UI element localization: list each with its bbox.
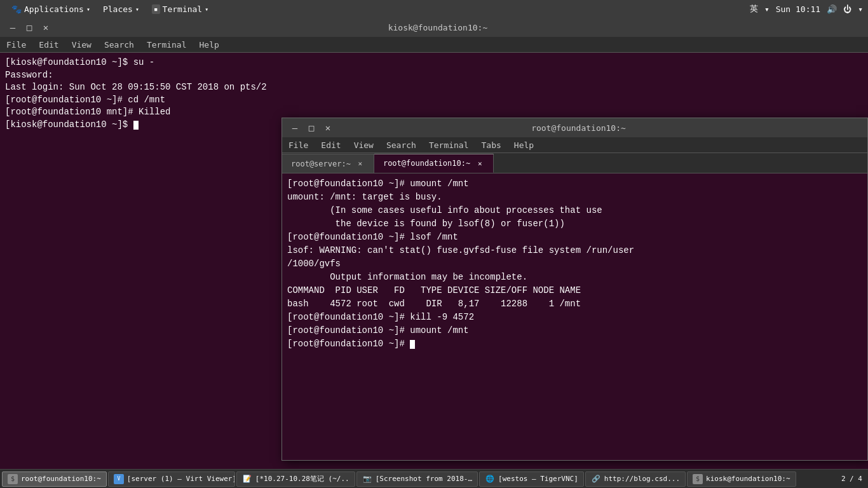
taskbar-item-vnc[interactable]: 🔗 http://blog.csd... (585, 471, 686, 487)
fg-maximize-button[interactable]: □ (305, 121, 318, 134)
fg-line-12: [root@foundation10 ~]# (287, 337, 862, 351)
taskbar-screenshot-icon: 📷 (362, 474, 372, 484)
fg-terminal-titlebar: — □ ✕ root@foundation10:~ (282, 118, 867, 137)
applications-label: Applications (24, 4, 84, 14)
places-menu[interactable]: Places ▾ (97, 0, 146, 18)
tab-foundation[interactable]: root@foundation10:~ ✕ (374, 154, 494, 173)
bg-menu-edit[interactable]: Edit (32, 37, 65, 53)
bg-line-0: [kiosk@foundation10 ~]$ su - (5, 57, 863, 69)
language-indicator[interactable]: 英 (750, 3, 758, 15)
power-icon[interactable]: ⏻ (843, 4, 851, 14)
terminal-icon: ▪ (152, 4, 160, 14)
taskbar-screenshot-label: [Screenshot from 2018-… (376, 475, 472, 483)
taskbar-item-term1[interactable]: $ root@foundation10:~ (2, 471, 107, 487)
tab-foundation-close[interactable]: ✕ (475, 159, 484, 168)
fg-menu-edit[interactable]: Edit (315, 137, 347, 153)
taskbar-vnc-icon: 🔗 (591, 474, 601, 484)
bg-menu-help[interactable]: Help (193, 37, 226, 53)
fg-line-2: (In some cases useful info about process… (287, 204, 862, 217)
fg-menu-tabs[interactable]: Tabs (475, 137, 508, 153)
tab-foundation-label: root@foundation10:~ (383, 159, 470, 168)
bg-line-3: [root@foundation10 ~]# cd /mnt (5, 94, 863, 107)
bg-terminal-titlebar: — □ ✕ kiosk@foundation10:~ (0, 18, 868, 37)
fg-line-10: [root@foundation10 ~]# kill -9 4572 (287, 311, 862, 324)
tab-server[interactable]: root@server:~ ✕ (282, 154, 374, 173)
fg-terminal-menubar: File Edit View Search Terminal Tabs Help (282, 137, 867, 153)
places-label: Places (103, 4, 133, 14)
bg-line-1: Password: (5, 69, 863, 82)
system-bar-right: 英 ▾ Sun 10:11 🔊 ⏻ ▾ (750, 3, 863, 15)
terminal-label: Terminal (163, 4, 203, 14)
taskbar-virt-icon: V (114, 474, 124, 484)
taskbar-browser-label: [westos – TigerVNC] (498, 475, 578, 483)
system-bar: 🐾 Applications ▾ Places ▾ ▪ Terminal ▾ 英… (0, 0, 868, 18)
fg-line-1: umount: /mnt: target is busy. (287, 191, 862, 204)
taskbar-term2-label: kiosk@foundation10:~ (706, 475, 790, 483)
bg-menu-search[interactable]: Search (98, 37, 140, 53)
tab-server-close[interactable]: ✕ (356, 159, 365, 168)
fg-menu-view[interactable]: View (348, 137, 380, 153)
fg-cursor (410, 340, 415, 349)
fg-menu-help[interactable]: Help (508, 137, 540, 153)
bg-menu-terminal[interactable]: Terminal (140, 37, 193, 53)
fg-win-controls: — □ ✕ (288, 121, 334, 134)
tabs-bar: root@server:~ ✕ root@foundation10:~ ✕ (282, 153, 867, 173)
taskbar-item-notes[interactable]: 📝 [*10.27-10.28笔记 (~/.. (236, 471, 355, 487)
arrow-lang-icon: ▾ (764, 4, 770, 14)
bg-menu-file[interactable]: File (0, 37, 32, 53)
fg-line-9: bash 4572 root cwd DIR 8,17 12288 1 /mnt (287, 297, 862, 311)
fg-line-8: COMMAND PID USER FD TYPE DEVICE SIZE/OFF… (287, 284, 862, 297)
bg-terminal-title: kiosk@foundation10:~ (52, 23, 824, 32)
fg-minimize-button[interactable]: — (288, 121, 301, 134)
applications-menu[interactable]: 🐾 Applications ▾ (5, 0, 97, 18)
taskbar-notes-label: [*10.27-10.28笔记 (~/.. (255, 474, 349, 484)
fg-menu-search[interactable]: Search (380, 137, 423, 153)
places-arrow-icon: ▾ (135, 6, 139, 13)
volume-icon[interactable]: 🔊 (827, 4, 837, 14)
fg-line-0: [root@foundation10 ~]# umount /mnt (287, 177, 862, 191)
bg-maximize-button[interactable]: □ (23, 21, 36, 34)
taskbar-item-screenshot[interactable]: 📷 [Screenshot from 2018-… (356, 471, 478, 487)
fg-terminal-window: — □ ✕ root@foundation10:~ File Edit View… (281, 118, 868, 461)
taskbar-virt-label: [server (1) – Virt Viewer] (127, 475, 235, 483)
power-arrow-icon: ▾ (858, 4, 863, 14)
taskbar-term2-icon: $ (693, 474, 703, 484)
taskbar-term1-label: root@foundation10:~ (21, 475, 101, 483)
terminal-menu[interactable]: ▪ Terminal ▾ (146, 0, 215, 18)
taskbar-browser-icon: 🌐 (485, 474, 495, 484)
apps-arrow-icon: ▾ (86, 6, 90, 13)
bg-close-button[interactable]: ✕ (39, 21, 52, 34)
terminal-arrow-icon: ▾ (205, 6, 208, 13)
bg-win-controls: — □ ✕ (6, 21, 52, 34)
tab-server-label: root@server:~ (291, 159, 351, 168)
taskbar: $ root@foundation10:~ V [server (1) – Vi… (0, 469, 868, 488)
bg-minimize-button[interactable]: — (6, 21, 19, 34)
fg-terminal-title: root@foundation10:~ (334, 123, 823, 133)
fg-line-5: lsof: WARNING: can't stat() fuse.gvfsd-f… (287, 244, 862, 257)
bg-cursor (133, 121, 139, 130)
fg-line-7: Output information may be incomplete. (287, 271, 862, 284)
taskbar-item-browser[interactable]: 🌐 [westos – TigerVNC] (479, 471, 584, 487)
fg-menu-file[interactable]: File (282, 137, 315, 153)
system-bar-left: 🐾 Applications ▾ Places ▾ ▪ Terminal ▾ (5, 0, 215, 18)
taskbar-terminal-icon: $ (8, 474, 18, 484)
fg-line-4: [root@foundation10 ~]# lsof /mnt (287, 231, 862, 244)
taskbar-item-term2[interactable]: $ kiosk@foundation10:~ (687, 471, 796, 487)
fg-menu-terminal[interactable]: Terminal (423, 137, 475, 153)
apps-icon: 🐾 (11, 4, 22, 14)
taskbar-item-virt[interactable]: V [server (1) – Virt Viewer] (108, 471, 235, 487)
fg-line-11: [root@foundation10 ~]# umount /mnt (287, 324, 862, 337)
taskbar-page-indicator: 2 / 4 (837, 475, 866, 483)
bg-line-2: Last login: Sun Oct 28 09:15:50 CST 2018… (5, 81, 863, 94)
bg-menu-view[interactable]: View (65, 37, 98, 53)
fg-line-3: the device is found by lsof(8) or fuser(… (287, 217, 862, 231)
fg-close-button[interactable]: ✕ (322, 121, 334, 134)
datetime-display: Sun 10:11 (776, 4, 820, 14)
taskbar-notes-icon: 📝 (242, 474, 252, 484)
fg-line-6: /1000/gvfs (287, 257, 862, 271)
fg-terminal-content: [root@foundation10 ~]# umount /mnt umoun… (282, 173, 867, 460)
taskbar-vnc-label: http://blog.csd... (604, 475, 680, 483)
bg-terminal-menubar: File Edit View Search Terminal Help (0, 37, 868, 53)
